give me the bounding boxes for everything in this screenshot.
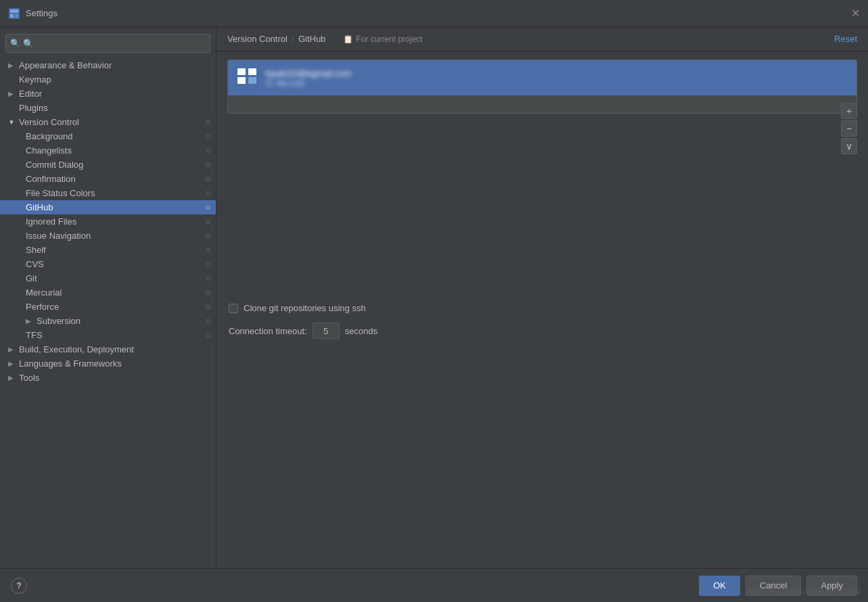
- sidebar-item-label: CVS: [26, 259, 206, 269]
- svg-rect-7: [248, 68, 256, 75]
- copy-icon: ⧉: [206, 118, 210, 126]
- clone-ssh-row: Clone git repositories using ssh: [229, 303, 856, 313]
- svg-rect-6: [237, 77, 246, 84]
- sidebar-item-build-execution[interactable]: ▶ Build, Execution, Deployment: [0, 342, 216, 356]
- arrow-icon: ▶: [8, 360, 18, 367]
- ok-button[interactable]: OK: [699, 576, 740, 596]
- sidebar-item-languages-frameworks[interactable]: ▶ Languages & Frameworks: [0, 356, 216, 371]
- copy-icon: ⧉: [206, 275, 210, 283]
- sidebar-item-issue-navigation[interactable]: Issue Navigation ⧉: [0, 229, 216, 243]
- sidebar-item-label: Version Control: [19, 117, 206, 127]
- arrow-down-icon: ▼: [8, 118, 18, 126]
- sidebar-item-confirmation[interactable]: Confirmation ⧉: [0, 172, 216, 186]
- sidebar-item-label: Tools: [19, 373, 210, 383]
- for-current-project: 📋 For current project: [343, 34, 422, 44]
- copy-icon: ⧉: [206, 260, 210, 269]
- sidebar-item-subversion[interactable]: ▶ Subversion ⧉: [0, 314, 216, 328]
- sidebar-item-label: Languages & Frameworks: [19, 358, 210, 369]
- sidebar-item-tfs[interactable]: TFS ⧉: [0, 328, 216, 342]
- project-icon: 📋: [343, 34, 353, 44]
- add-account-button[interactable]: +: [841, 103, 857, 119]
- sidebar-item-appearance[interactable]: ▶ Appearance & Behavior: [0, 58, 216, 72]
- content-area: Version Control › GitHub 📋 For current p…: [216, 27, 868, 568]
- breadcrumb-current: GitHub: [298, 34, 325, 44]
- sidebar-item-label: Shelf: [26, 245, 206, 255]
- search-input[interactable]: [23, 39, 206, 49]
- copy-icon: ⧉: [206, 218, 210, 226]
- sidebar-item-label: Plugins: [19, 103, 210, 113]
- sidebar-item-label: Ignored Files: [26, 216, 206, 227]
- sidebar-item-label: Git: [26, 273, 206, 283]
- close-button[interactable]: ✕: [851, 8, 860, 19]
- sidebar-item-mercurial[interactable]: Mercurial ⧉: [0, 285, 216, 300]
- sidebar-item-label: Confirmation: [26, 174, 206, 184]
- window-title: Settings: [26, 8, 58, 18]
- copy-icon: ⧉: [206, 232, 210, 240]
- remove-account-button[interactable]: −: [841, 120, 857, 137]
- arrow-icon: ▶: [8, 90, 18, 97]
- copy-icon: ⧉: [206, 303, 210, 311]
- timeout-input[interactable]: [313, 323, 340, 339]
- search-bar[interactable]: 🔍: [5, 34, 210, 53]
- sidebar-item-tools[interactable]: ▶ Tools: [0, 371, 216, 385]
- clone-ssh-checkbox[interactable]: [229, 304, 238, 313]
- sidebar-item-changelists[interactable]: Changelists ⧉: [0, 143, 216, 158]
- svg-rect-3: [15, 14, 18, 18]
- help-button[interactable]: ?: [11, 578, 27, 594]
- for-current-project-label: For current project: [356, 34, 422, 44]
- svg-rect-5: [237, 68, 246, 75]
- sidebar-item-label: Issue Navigation: [26, 231, 206, 241]
- breadcrumb-separator: ›: [292, 34, 294, 44]
- sidebar-item-label: Keymap: [19, 74, 210, 85]
- sidebar-item-file-status-colors[interactable]: File Status Colors ⧉: [0, 186, 216, 200]
- copy-icon: ⧉: [206, 147, 210, 155]
- breadcrumb: Version Control › GitHub 📋 For current p…: [216, 27, 868, 51]
- sidebar-item-label: Appearance & Behavior: [19, 60, 210, 70]
- account-email: kjxde21l@kgmail.com: [266, 68, 352, 78]
- svg-rect-8: [248, 77, 256, 84]
- content-main: kjxde21l@kgmail.com G: tke.com + − ∨ Clo…: [216, 51, 868, 568]
- sidebar: 🔍 ▶ Appearance & Behavior Keymap ▶ Edito…: [0, 27, 216, 568]
- account-username: G: tke.com: [266, 78, 352, 88]
- clone-ssh-label[interactable]: Clone git repositories using ssh: [244, 303, 366, 313]
- sidebar-item-label: Changelists: [26, 145, 206, 156]
- breadcrumb-parent: Version Control: [227, 34, 288, 44]
- sidebar-item-github[interactable]: GitHub ⧉: [0, 200, 216, 214]
- settings-section: Clone git repositories using ssh Connect…: [227, 303, 857, 339]
- main-container: 🔍 ▶ Appearance & Behavior Keymap ▶ Edito…: [0, 27, 868, 568]
- sidebar-item-label: Subversion: [37, 316, 206, 326]
- sidebar-item-shelf[interactable]: Shelf ⧉: [0, 243, 216, 257]
- svg-rect-2: [10, 14, 14, 18]
- title-bar: Settings ✕: [0, 0, 868, 27]
- copy-icon: ⧉: [206, 133, 210, 141]
- sidebar-item-plugins[interactable]: Plugins: [0, 101, 216, 115]
- move-down-button[interactable]: ∨: [841, 138, 857, 154]
- copy-icon: ⧉: [206, 175, 210, 183]
- sidebar-item-background[interactable]: Background ⧉: [0, 129, 216, 143]
- copy-icon: ⧉: [206, 289, 210, 297]
- copy-icon: ⧉: [206, 161, 210, 169]
- sidebar-item-version-control[interactable]: ▼ Version Control ⧉: [0, 115, 216, 129]
- sidebar-item-label: GitHub: [26, 202, 206, 212]
- sidebar-item-label: TFS: [26, 330, 206, 340]
- copy-icon: ⧉: [206, 246, 210, 254]
- svg-rect-1: [10, 9, 18, 13]
- sidebar-item-editor[interactable]: ▶ Editor: [0, 87, 216, 101]
- copy-icon: ⧉: [206, 317, 210, 325]
- account-item[interactable]: kjxde21l@kgmail.com G: tke.com: [228, 60, 856, 95]
- sidebar-item-commit-dialog[interactable]: Commit Dialog ⧉: [0, 158, 216, 172]
- sidebar-item-cvs[interactable]: CVS ⧉: [0, 257, 216, 271]
- sidebar-item-ignored-files[interactable]: Ignored Files ⧉: [0, 214, 216, 229]
- reset-button[interactable]: Reset: [834, 34, 857, 44]
- sidebar-item-perforce[interactable]: Perforce ⧉: [0, 300, 216, 314]
- arrow-icon: ▶: [8, 346, 18, 353]
- sidebar-item-keymap[interactable]: Keymap: [0, 72, 216, 87]
- sidebar-item-label: Editor: [19, 89, 210, 99]
- sidebar-item-git[interactable]: Git ⧉: [0, 271, 216, 285]
- list-action-buttons: + − ∨: [841, 103, 857, 154]
- sidebar-item-label: Build, Execution, Deployment: [19, 344, 210, 354]
- search-icon: 🔍: [10, 39, 20, 48]
- arrow-icon: ▶: [8, 62, 18, 69]
- sidebar-item-label: Mercurial: [26, 287, 206, 298]
- timeout-unit: seconds: [345, 326, 378, 336]
